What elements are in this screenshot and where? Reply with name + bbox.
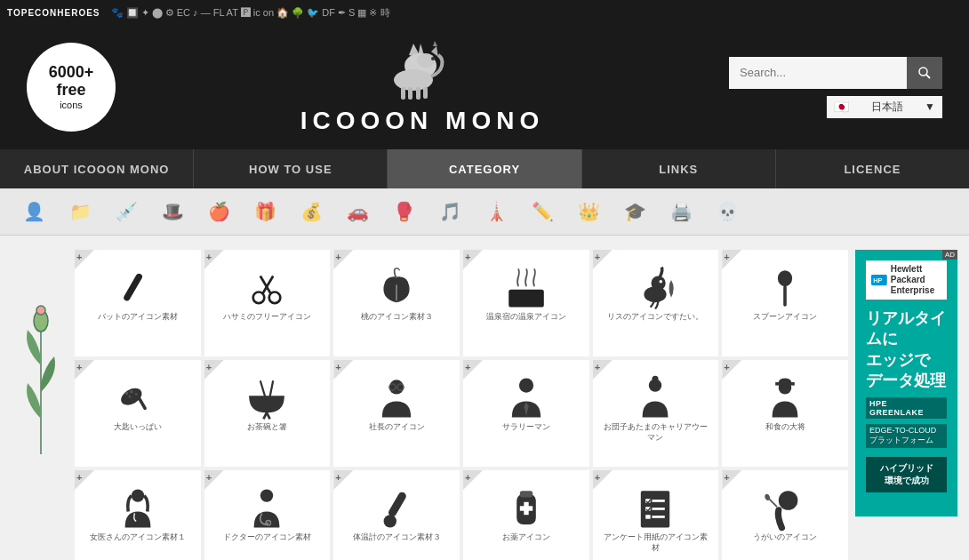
boss-icon — [372, 374, 420, 422]
icon-label-scissors: ハサミのフリーアイコン — [223, 312, 311, 323]
flag-icon: 🇯🇵 — [834, 100, 849, 114]
icon-cell-survey[interactable]: + アンケート用紙のアイコン素材 — [593, 470, 719, 560]
logo-text-free: free — [56, 82, 85, 100]
icon-label-chef: 和食の大将 — [765, 422, 805, 433]
svg-point-55 — [384, 515, 396, 527]
svg-text:HP: HP — [873, 276, 882, 284]
icon-label-bowl: お茶碗と箸 — [247, 422, 287, 433]
thermometer-icon — [372, 484, 420, 532]
svg-rect-65 — [646, 515, 651, 519]
icon-label-medicine: お薬アイコン — [502, 532, 550, 543]
icon-cell-gargle[interactable]: + うがいのアイコン — [722, 470, 848, 560]
cat-folder-icon[interactable]: 📁 — [64, 196, 96, 228]
svg-rect-57 — [520, 491, 533, 497]
icon-label-bat: バットのアイコン素材 — [98, 312, 178, 323]
svg-rect-23 — [509, 290, 544, 308]
cat-money-icon[interactable]: 💰 — [295, 196, 327, 228]
icon-label-salaryman: サラリーマン — [502, 422, 550, 433]
cat-lighthouse-icon[interactable]: 🗼 — [480, 196, 512, 228]
cat-heart-icon[interactable]: 💉 — [110, 196, 142, 228]
logo-text-main: 6000+ — [49, 64, 94, 82]
lang-arrow: ▼ — [925, 100, 935, 113]
svg-rect-10 — [416, 87, 420, 100]
cat-pencil-icon[interactable]: ✏️ — [526, 196, 558, 228]
svg-rect-11 — [423, 87, 428, 99]
svg-rect-17 — [123, 272, 143, 301]
icon-cell-scissors[interactable]: + ハサミのフリーアイコン — [204, 250, 331, 356]
svg-marker-5 — [433, 41, 437, 46]
cat-gloves-icon[interactable]: 🥊 — [388, 196, 420, 228]
icon-cell-thermometer[interactable]: + 体温計のアイコン素材３ — [333, 470, 460, 560]
icon-cell-chef[interactable]: + 和食の大将 — [722, 360, 848, 467]
svg-rect-9 — [408, 87, 412, 100]
cat-apple-icon[interactable]: 🍎 — [203, 196, 235, 228]
icon-label-survey: アンケート用紙のアイコン素材 — [600, 532, 712, 553]
svg-point-27 — [778, 270, 792, 286]
icon-cell-bowl[interactable]: + お茶碗と箸 — [204, 360, 331, 467]
svg-rect-59 — [520, 506, 533, 510]
search-input[interactable] — [729, 57, 907, 89]
main-nav: ABOUT ICOOON MONO HOW TO USE CATEGORY LI… — [0, 149, 969, 188]
icon-label-careerwoman: お団子あたまのキャリアウーマン — [600, 422, 712, 443]
icon-cell-doctor[interactable]: + ドクターのアイコン素材 — [204, 470, 331, 560]
cat-graduation-icon[interactable]: 🎓 — [619, 196, 651, 228]
icon-label-boss: 社長のアイコン — [369, 422, 425, 433]
lang-label: 日本語 — [871, 100, 903, 115]
svg-point-32 — [130, 390, 133, 394]
salaryman-icon — [502, 374, 550, 422]
ad-main-text: リアルタイムにエッジでデータ処理 — [866, 308, 947, 392]
header: 6000+ free icons — [0, 25, 969, 149]
icon-cell-peach[interactable]: + 桃のアイコン素材３ — [333, 250, 460, 356]
left-decoration — [14, 250, 68, 560]
main-wrapper: + バットのアイコン素材 + ハサミのフリーアイコン + — [0, 236, 969, 560]
brand-label: TOPECONHEROES — [7, 8, 100, 18]
icon-cell-spoon[interactable]: + スプーンアイコン — [722, 250, 848, 356]
nav-about[interactable]: ABOUT ICOOON MONO — [0, 149, 194, 188]
svg-rect-64 — [653, 508, 665, 510]
icon-cell-tablespoon[interactable]: + 大匙いっぱい — [75, 360, 201, 467]
svg-point-25 — [652, 276, 666, 291]
ad-box[interactable]: AD HP Hewlett PackardEnterprise リアルタイムにエ… — [855, 250, 957, 516]
search-container[interactable] — [729, 57, 942, 89]
svg-point-34 — [135, 393, 138, 396]
cat-person-icon[interactable]: 👤 — [18, 196, 50, 228]
cat-skull-icon[interactable]: 💀 — [711, 196, 743, 228]
icon-cell-femaleDoctor[interactable]: + 女医さんのアイコン素材１ — [75, 470, 201, 560]
icon-cell-hotspring[interactable]: + 温泉宿の温泉アイコン — [463, 250, 589, 356]
icon-cell-boss[interactable]: + 社長のアイコン — [333, 360, 460, 467]
cat-gift-icon[interactable]: 🎁 — [249, 196, 281, 228]
cat-music-icon[interactable]: 🎵 — [434, 196, 466, 228]
icon-label-hotspring: 温泉宿の温泉アイコン — [486, 312, 566, 323]
icon-cell-medicine[interactable]: + お薬アイコン — [463, 470, 589, 560]
hotspring-icon — [502, 264, 550, 312]
icon-cell-squirrel[interactable]: + リスのアイコンですたい。 — [593, 250, 719, 356]
icon-label-gargle: うがいのアイコン — [753, 532, 817, 543]
icon-cell-salaryman[interactable]: + サラリーマン — [463, 360, 589, 467]
svg-point-44 — [519, 379, 533, 393]
search-button[interactable] — [907, 57, 942, 89]
svg-point-3 — [417, 53, 435, 68]
cat-hat-icon[interactable]: 🎩 — [156, 196, 188, 228]
cat-crown-icon[interactable]: 👑 — [573, 196, 605, 228]
svg-point-19 — [269, 292, 281, 304]
language-selector[interactable]: 🇯🇵 日本語 ▼ — [827, 96, 942, 118]
nav-howto[interactable]: HOW TO USE — [194, 149, 388, 188]
svg-rect-62 — [653, 500, 665, 502]
icon-label-spoon: スプーンアイコン — [753, 312, 817, 323]
nav-links[interactable]: LINKS — [582, 149, 776, 188]
top-icons: 🐾 🔲 ✦ ⬤ ⚙ EC ♪ — FL AT 🅿 ic on 🏠 🌳 🐦 DF … — [111, 6, 390, 20]
svg-line-13 — [926, 74, 930, 77]
icon-cell-careerwoman[interactable]: + お団子あたまのキャリアウーマン — [593, 360, 719, 467]
svg-marker-4 — [431, 46, 438, 57]
icon-cell-bat[interactable]: + バットのアイコン素材 — [75, 250, 201, 356]
female-doctor-icon — [114, 484, 162, 532]
cat-printer-icon[interactable]: 🖨️ — [665, 196, 697, 228]
svg-point-33 — [128, 396, 131, 398]
svg-point-51 — [132, 489, 144, 501]
nav-category[interactable]: CATEGORY — [388, 149, 581, 188]
nav-licence[interactable]: LICENCE — [776, 149, 969, 188]
cat-car-icon[interactable]: 🚗 — [341, 196, 373, 228]
ad-badge: AD — [942, 250, 957, 260]
ad-cta-button[interactable]: ハイブリッド環境で成功 — [866, 457, 947, 492]
svg-rect-50 — [775, 382, 795, 386]
